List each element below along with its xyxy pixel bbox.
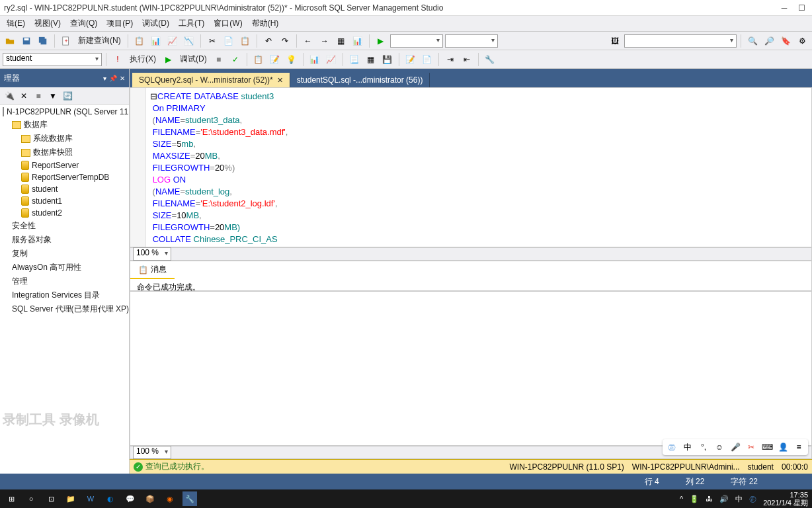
search-icon[interactable]: ○ [24,491,38,506]
play-icon[interactable]: ▶ [374,34,388,48]
float-punct-icon[interactable]: °, [698,441,710,453]
copy-icon[interactable]: 📄 [222,34,236,48]
databases-node[interactable]: 数据库 [0,118,129,132]
results-file-icon[interactable]: 💾 [380,52,395,67]
maximize-button[interactable]: ☐ [795,3,808,13]
wechat-icon[interactable]: 💬 [123,491,138,506]
debug-label[interactable]: 调试(D) [177,54,210,65]
include-stats-icon[interactable]: 📈 [324,52,339,67]
dmx-icon[interactable]: 📉 [182,34,196,48]
query-options-icon[interactable]: 📝 [268,52,282,67]
security-node[interactable]: 安全性 [0,219,129,233]
new-query-label[interactable]: 新建查询(N) [75,35,124,46]
server-node[interactable]: N-1PC82PPULNR (SQL Server 11. [0,106,129,118]
menu-project[interactable]: 项目(P) [102,17,137,30]
ssms-icon[interactable]: 🔧 [183,491,197,506]
tray-time[interactable]: 17:35 [763,491,808,499]
sql-editor[interactable]: ⊟CREATE DATABASE student3 On PRIMARY (NA… [130,87,812,247]
float-scissors-icon[interactable]: ✂ [745,441,757,453]
tray-chevron-icon[interactable]: ^ [680,495,683,503]
parse-icon[interactable]: ✓ [228,52,243,67]
menu-tools[interactable]: 工具(T) [175,17,208,30]
start-button[interactable]: ⊞ [4,491,19,506]
float-logo-icon[interactable]: ㊣ [666,441,678,453]
wps-icon[interactable]: W [83,491,98,506]
execute-label[interactable]: 执行(X) [127,54,159,65]
debug-play-icon[interactable]: ▶ [161,52,175,67]
database-combo[interactable]: student [3,53,102,66]
messages-tab[interactable]: 📋 消息 [130,261,175,279]
float-emoji-icon[interactable]: ☺ [713,441,725,453]
analysis-icon[interactable]: 📊 [149,34,163,48]
paste-icon[interactable]: 📋 [238,34,253,48]
specify-values-icon[interactable]: 🔧 [483,52,497,67]
management-node[interactable]: 管理 [0,275,129,288]
new-query-icon[interactable]: + [59,34,73,48]
stop2-icon[interactable]: ■ [32,89,45,103]
panel-close-icon[interactable]: ✕ [120,75,125,82]
connect-icon[interactable]: 🔌 [3,89,16,103]
mdx-icon[interactable]: 📈 [165,34,180,48]
cut-icon[interactable]: ✂ [205,34,220,48]
chart-icon[interactable]: 📊 [350,34,365,48]
uncomment-icon[interactable]: 📄 [420,52,434,67]
alwayson-node[interactable]: AlwaysOn 高可用性 [0,261,129,275]
save-all-icon[interactable] [36,34,50,48]
replace-icon[interactable]: 🔎 [762,34,776,48]
image-icon[interactable]: 🖼 [608,34,622,48]
options-icon[interactable]: ⚙ [795,34,809,48]
open-icon[interactable] [3,34,17,48]
zoom-combo[interactable]: 100 % [133,247,171,261]
tab-studentsql[interactable]: studentSQL.sql -...dministrator (56)) [290,73,430,87]
include-plan-icon[interactable]: 📊 [307,52,322,67]
tray-date[interactable]: 2021/1/4 星期 [763,499,808,507]
tab-close-icon[interactable]: ✕ [277,76,283,85]
minimize-button[interactable]: ─ [778,3,791,13]
nav-back-icon[interactable]: ← [301,34,315,48]
menu-help[interactable]: 帮助(H) [248,17,283,30]
disconnect-icon[interactable]: ✕ [17,89,30,103]
edge-icon[interactable]: ◐ [103,491,118,506]
menu-debug[interactable]: 调试(D) [138,17,173,30]
results-text-icon[interactable]: 📃 [347,52,362,67]
save-icon[interactable] [19,34,34,48]
refresh-icon[interactable]: 🔄 [61,89,74,103]
search-combo[interactable] [624,34,737,48]
indent-icon[interactable]: ⇥ [443,52,458,67]
filter-icon[interactable]: ▼ [46,89,60,103]
float-menu-icon[interactable]: ≡ [793,441,805,453]
float-user-icon[interactable]: 👤 [777,441,789,453]
student1-node[interactable]: student1 [0,195,129,207]
comment-icon[interactable]: 📝 [403,52,418,67]
student-node[interactable]: student [0,183,129,195]
estimated-plan-icon[interactable]: 📋 [251,52,266,67]
stop-icon[interactable]: ■ [212,52,226,67]
tray-battery-icon[interactable]: 🔋 [690,495,699,503]
outdent-icon[interactable]: ⇤ [460,52,474,67]
nav-fwd-icon[interactable]: → [317,34,332,48]
integration-node[interactable]: Integration Services 目录 [0,288,129,302]
taskview-icon[interactable]: ⊡ [44,491,58,506]
float-keyboard-icon[interactable]: ⌨ [761,441,773,453]
reportservertemp-node[interactable]: ReportServerTempDB [0,171,129,183]
menu-edit[interactable]: 辑(E) [3,17,29,30]
bookmark-icon[interactable]: 🔖 [778,34,793,48]
find-icon[interactable]: 🔍 [745,34,760,48]
app1-icon[interactable]: 📦 [143,491,157,506]
student2-node[interactable]: student2 [0,207,129,219]
result-zoom-combo[interactable]: 100 % [133,446,171,459]
config-combo[interactable] [390,34,443,48]
menu-query[interactable]: 查询(Q) [66,17,101,30]
intellisense-icon[interactable]: 💡 [284,52,299,67]
redo-icon[interactable]: ↷ [278,34,292,48]
replication-node[interactable]: 复制 [0,247,129,261]
float-mic-icon[interactable]: 🎤 [729,441,741,453]
platform-combo[interactable] [445,34,498,48]
execute-icon[interactable]: ! [110,52,125,67]
system-db-node[interactable]: 系统数据库 [0,132,129,146]
grid-icon[interactable]: ▦ [334,34,348,48]
db-engine-icon[interactable]: 📋 [132,34,147,48]
reportserver-node[interactable]: ReportServer [0,159,129,171]
menu-window[interactable]: 窗口(W) [210,17,246,30]
explorer-icon[interactable]: 📁 [63,491,78,506]
